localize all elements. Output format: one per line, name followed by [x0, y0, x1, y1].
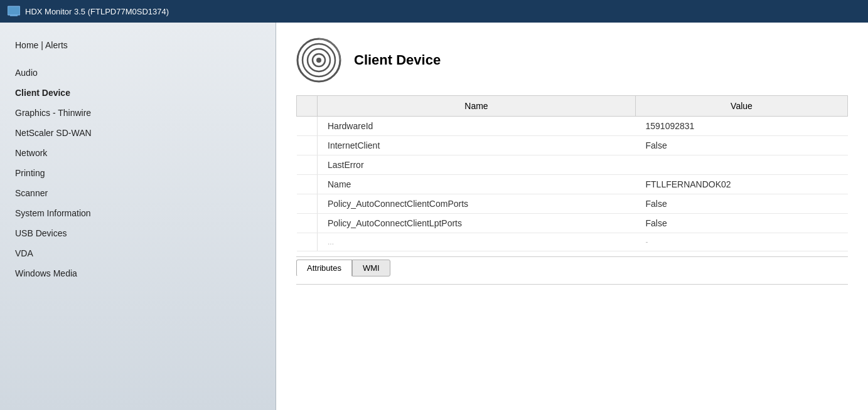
row-icon: [297, 117, 318, 136]
sidebar-item-system-information[interactable]: System Information: [0, 203, 276, 223]
sidebar-item-usb-devices[interactable]: USB Devices: [0, 223, 276, 243]
sidebar-item-scanner[interactable]: Scanner: [0, 183, 276, 203]
row-icon: [297, 194, 318, 214]
row-name: Policy_AutoConnectClientComPorts: [318, 194, 636, 214]
table-row: Name FTLLFERNANDOK02: [297, 175, 848, 194]
title-bar: HDX Monitor 3.5 (FTLPD77M0SD1374): [0, 0, 868, 23]
page-title: Client Device: [354, 52, 441, 68]
row-value: False: [636, 214, 848, 233]
row-value: False: [636, 194, 848, 214]
col-header-empty: [297, 96, 318, 117]
row-icon: [297, 233, 318, 251]
svg-point-8: [316, 58, 321, 63]
sidebar-item-printing[interactable]: Printing: [0, 163, 276, 183]
sidebar-item-vda[interactable]: VDA: [0, 243, 276, 263]
row-name: InternetClient: [318, 136, 636, 155]
client-device-icon: [296, 38, 341, 83]
sidebar: Home | AlertsAudioClient DeviceGraphics …: [0, 23, 276, 410]
row-value: False: [636, 136, 848, 155]
sidebar-item-netscaler-sd-wan[interactable]: NetScaler SD-WAN: [0, 123, 276, 143]
window-title: HDX Monitor 3.5 (FTLPD77M0SD1374): [25, 7, 169, 16]
content-area: Client Device Name Value HardwareId 1591…: [276, 23, 868, 410]
row-value: -: [636, 233, 848, 251]
row-icon: [297, 155, 318, 175]
svg-rect-0: [8, 6, 20, 15]
row-value: 1591092831: [636, 117, 848, 136]
sidebar-item-audio[interactable]: Audio: [0, 63, 276, 83]
table-row: Policy_AutoConnectClientLptPorts False: [297, 214, 848, 233]
tab-attributes[interactable]: Attributes: [296, 260, 352, 276]
row-icon: [297, 175, 318, 194]
content-separator: [296, 284, 848, 285]
table-row: InternetClient False: [297, 136, 848, 155]
sidebar-item-graphics-thinwire[interactable]: Graphics - Thinwire: [0, 103, 276, 123]
row-icon: [297, 214, 318, 233]
row-value: FTLLFERNANDOK02: [636, 175, 848, 194]
row-icon: [297, 136, 318, 155]
col-header-value: Value: [636, 96, 848, 117]
sidebar-item-client-device[interactable]: Client Device: [0, 83, 276, 103]
data-table: Name Value HardwareId 1591092831 Interne…: [296, 95, 848, 251]
sidebar-item-windows-media[interactable]: Windows Media: [0, 263, 276, 283]
sidebar-item-network[interactable]: Network: [0, 143, 276, 163]
table-row: LastError: [297, 155, 848, 175]
tab-wmi[interactable]: WMI: [352, 260, 390, 276]
row-name: Name: [318, 175, 636, 194]
app-icon: [8, 5, 20, 18]
table-row: Policy_AutoConnectClientComPorts False: [297, 194, 848, 214]
main-layout: Home | AlertsAudioClient DeviceGraphics …: [0, 23, 868, 410]
row-name: Policy_AutoConnectClientLptPorts: [318, 214, 636, 233]
table-row: HardwareId 1591092831: [297, 117, 848, 136]
sidebar-item-home-alerts[interactable]: Home | Alerts: [0, 35, 276, 55]
col-header-name: Name: [318, 96, 636, 117]
tabs-row: AttributesWMI: [296, 256, 848, 276]
row-name: ...: [318, 233, 636, 251]
row-name: HardwareId: [318, 117, 636, 136]
row-name: LastError: [318, 155, 636, 175]
row-value: [636, 155, 848, 175]
page-header: Client Device: [296, 38, 848, 83]
table-row: ... -: [297, 233, 848, 251]
